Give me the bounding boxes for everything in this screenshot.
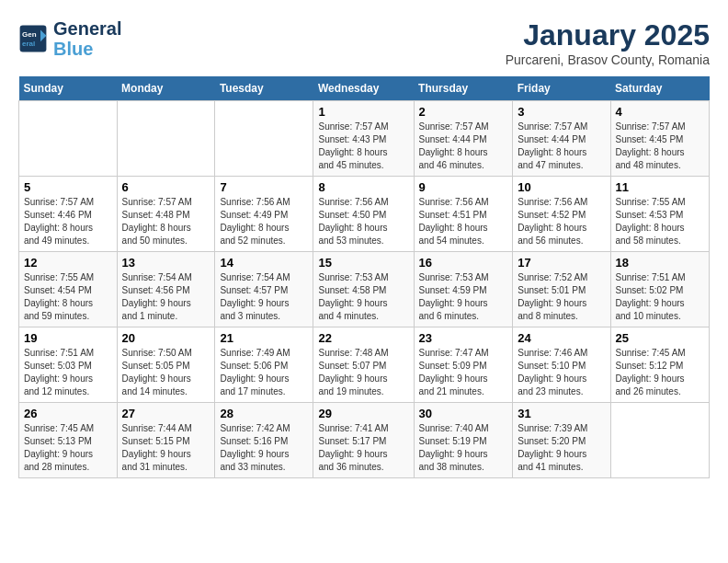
day-header-sunday: Sunday — [19, 76, 118, 101]
day-number: 25 — [616, 331, 705, 345]
day-info: Sunrise: 7:55 AM Sunset: 4:53 PM Dayligh… — [616, 196, 705, 247]
calendar-cell: 7Sunrise: 7:56 AM Sunset: 4:49 PM Daylig… — [215, 177, 313, 252]
day-number: 21 — [220, 331, 308, 345]
calendar-cell: 9Sunrise: 7:56 AM Sunset: 4:51 PM Daylig… — [414, 177, 513, 252]
calendar-cell: 2Sunrise: 7:57 AM Sunset: 4:44 PM Daylig… — [414, 101, 513, 177]
calendar-cell: 24Sunrise: 7:46 AM Sunset: 5:10 PM Dayli… — [513, 327, 610, 403]
day-info: Sunrise: 7:40 AM Sunset: 5:19 PM Dayligh… — [419, 422, 508, 474]
calendar-cell: 5Sunrise: 7:57 AM Sunset: 4:46 PM Daylig… — [19, 177, 118, 252]
day-number: 9 — [419, 180, 508, 194]
svg-text:Gen: Gen — [22, 30, 37, 39]
calendar-cell — [610, 403, 710, 478]
day-info: Sunrise: 7:57 AM Sunset: 4:43 PM Dayligh… — [318, 121, 408, 172]
calendar-cell — [215, 101, 313, 177]
day-number: 16 — [419, 256, 508, 270]
calendar-title: January 2025 — [506, 18, 710, 52]
day-info: Sunrise: 7:56 AM Sunset: 4:51 PM Dayligh… — [419, 196, 508, 247]
calendar-cell: 14Sunrise: 7:54 AM Sunset: 4:57 PM Dayli… — [215, 252, 313, 327]
svg-text:eral: eral — [22, 40, 35, 48]
day-info: Sunrise: 7:56 AM Sunset: 4:49 PM Dayligh… — [220, 196, 308, 247]
calendar-cell: 12Sunrise: 7:55 AM Sunset: 4:54 PM Dayli… — [19, 252, 118, 327]
calendar-cell: 28Sunrise: 7:42 AM Sunset: 5:16 PM Dayli… — [215, 403, 313, 478]
calendar-cell: 13Sunrise: 7:54 AM Sunset: 4:56 PM Dayli… — [117, 252, 215, 327]
day-number: 6 — [122, 180, 210, 194]
day-number: 8 — [318, 180, 408, 194]
day-info: Sunrise: 7:44 AM Sunset: 5:15 PM Dayligh… — [122, 422, 210, 474]
day-number: 26 — [24, 407, 112, 420]
day-header-tuesday: Tuesday — [215, 76, 313, 101]
day-number: 27 — [122, 407, 210, 420]
day-number: 24 — [518, 331, 605, 345]
week-row-5: 26Sunrise: 7:45 AM Sunset: 5:13 PM Dayli… — [19, 403, 710, 478]
calendar-cell: 25Sunrise: 7:45 AM Sunset: 5:12 PM Dayli… — [610, 327, 710, 403]
day-info: Sunrise: 7:51 AM Sunset: 5:03 PM Dayligh… — [24, 347, 112, 398]
day-number: 13 — [122, 256, 210, 270]
calendar-cell — [19, 101, 118, 177]
day-number: 5 — [24, 180, 112, 194]
day-header-friday: Friday — [513, 76, 610, 101]
calendar-cell: 22Sunrise: 7:48 AM Sunset: 5:07 PM Dayli… — [313, 327, 414, 403]
calendar-cell: 29Sunrise: 7:41 AM Sunset: 5:17 PM Dayli… — [313, 403, 414, 478]
day-info: Sunrise: 7:45 AM Sunset: 5:13 PM Dayligh… — [24, 422, 112, 474]
day-number: 3 — [518, 105, 605, 119]
day-number: 12 — [24, 256, 112, 270]
day-info: Sunrise: 7:54 AM Sunset: 4:57 PM Dayligh… — [220, 271, 308, 323]
week-row-3: 12Sunrise: 7:55 AM Sunset: 4:54 PM Dayli… — [19, 252, 710, 327]
calendar-cell: 23Sunrise: 7:47 AM Sunset: 5:09 PM Dayli… — [414, 327, 513, 403]
day-number: 29 — [318, 407, 408, 420]
week-row-2: 5Sunrise: 7:57 AM Sunset: 4:46 PM Daylig… — [19, 177, 710, 252]
day-number: 18 — [616, 256, 705, 270]
day-info: Sunrise: 7:47 AM Sunset: 5:09 PM Dayligh… — [419, 347, 508, 398]
calendar-subtitle: Purcareni, Brasov County, Romania — [506, 52, 710, 67]
day-number: 15 — [318, 256, 408, 270]
day-number: 31 — [518, 407, 605, 420]
day-info: Sunrise: 7:57 AM Sunset: 4:44 PM Dayligh… — [419, 121, 508, 172]
day-number: 7 — [220, 180, 308, 194]
calendar-cell: 17Sunrise: 7:52 AM Sunset: 5:01 PM Dayli… — [513, 252, 610, 327]
calendar-cell: 30Sunrise: 7:40 AM Sunset: 5:19 PM Dayli… — [414, 403, 513, 478]
calendar-cell: 27Sunrise: 7:44 AM Sunset: 5:15 PM Dayli… — [117, 403, 215, 478]
day-number: 17 — [518, 256, 605, 270]
calendar-cell: 3Sunrise: 7:57 AM Sunset: 4:44 PM Daylig… — [513, 101, 610, 177]
calendar-cell: 6Sunrise: 7:57 AM Sunset: 4:48 PM Daylig… — [117, 177, 215, 252]
calendar-cell: 26Sunrise: 7:45 AM Sunset: 5:13 PM Dayli… — [19, 403, 118, 478]
day-info: Sunrise: 7:56 AM Sunset: 4:50 PM Dayligh… — [318, 196, 408, 247]
day-number: 30 — [419, 407, 508, 420]
day-number: 11 — [616, 180, 705, 194]
day-header-saturday: Saturday — [610, 76, 710, 101]
day-info: Sunrise: 7:57 AM Sunset: 4:45 PM Dayligh… — [616, 121, 705, 172]
day-info: Sunrise: 7:46 AM Sunset: 5:10 PM Dayligh… — [518, 347, 605, 398]
day-info: Sunrise: 7:42 AM Sunset: 5:16 PM Dayligh… — [220, 422, 308, 474]
logo-text: General Blue — [53, 18, 121, 59]
day-info: Sunrise: 7:54 AM Sunset: 4:56 PM Dayligh… — [122, 271, 210, 323]
day-number: 1 — [318, 105, 408, 119]
day-info: Sunrise: 7:55 AM Sunset: 4:54 PM Dayligh… — [24, 271, 112, 323]
day-info: Sunrise: 7:57 AM Sunset: 4:46 PM Dayligh… — [24, 196, 112, 247]
day-number: 10 — [518, 180, 605, 194]
week-row-4: 19Sunrise: 7:51 AM Sunset: 5:03 PM Dayli… — [19, 327, 710, 403]
calendar-cell: 19Sunrise: 7:51 AM Sunset: 5:03 PM Dayli… — [19, 327, 118, 403]
day-info: Sunrise: 7:45 AM Sunset: 5:12 PM Dayligh… — [616, 347, 705, 398]
calendar-cell: 20Sunrise: 7:50 AM Sunset: 5:05 PM Dayli… — [117, 327, 215, 403]
calendar-cell: 15Sunrise: 7:53 AM Sunset: 4:58 PM Dayli… — [313, 252, 414, 327]
calendar-cell: 1Sunrise: 7:57 AM Sunset: 4:43 PM Daylig… — [313, 101, 414, 177]
day-number: 20 — [122, 331, 210, 345]
day-number: 28 — [220, 407, 308, 420]
day-info: Sunrise: 7:53 AM Sunset: 4:58 PM Dayligh… — [318, 271, 408, 323]
day-info: Sunrise: 7:39 AM Sunset: 5:20 PM Dayligh… — [518, 422, 605, 474]
calendar-cell: 11Sunrise: 7:55 AM Sunset: 4:53 PM Dayli… — [610, 177, 710, 252]
day-info: Sunrise: 7:48 AM Sunset: 5:07 PM Dayligh… — [318, 347, 408, 398]
day-number: 2 — [419, 105, 508, 119]
calendar-table: SundayMondayTuesdayWednesdayThursdayFrid… — [18, 76, 710, 478]
calendar-cell: 10Sunrise: 7:56 AM Sunset: 4:52 PM Dayli… — [513, 177, 610, 252]
logo: Gen eral General Blue — [18, 18, 121, 59]
day-info: Sunrise: 7:41 AM Sunset: 5:17 PM Dayligh… — [318, 422, 408, 474]
day-info: Sunrise: 7:53 AM Sunset: 4:59 PM Dayligh… — [419, 271, 508, 323]
calendar-cell: 18Sunrise: 7:51 AM Sunset: 5:02 PM Dayli… — [610, 252, 710, 327]
day-info: Sunrise: 7:57 AM Sunset: 4:44 PM Dayligh… — [518, 121, 605, 172]
day-info: Sunrise: 7:51 AM Sunset: 5:02 PM Dayligh… — [616, 271, 705, 323]
day-header-thursday: Thursday — [414, 76, 513, 101]
day-info: Sunrise: 7:52 AM Sunset: 5:01 PM Dayligh… — [518, 271, 605, 323]
week-row-1: 1Sunrise: 7:57 AM Sunset: 4:43 PM Daylig… — [19, 101, 710, 177]
day-number: 4 — [616, 105, 705, 119]
